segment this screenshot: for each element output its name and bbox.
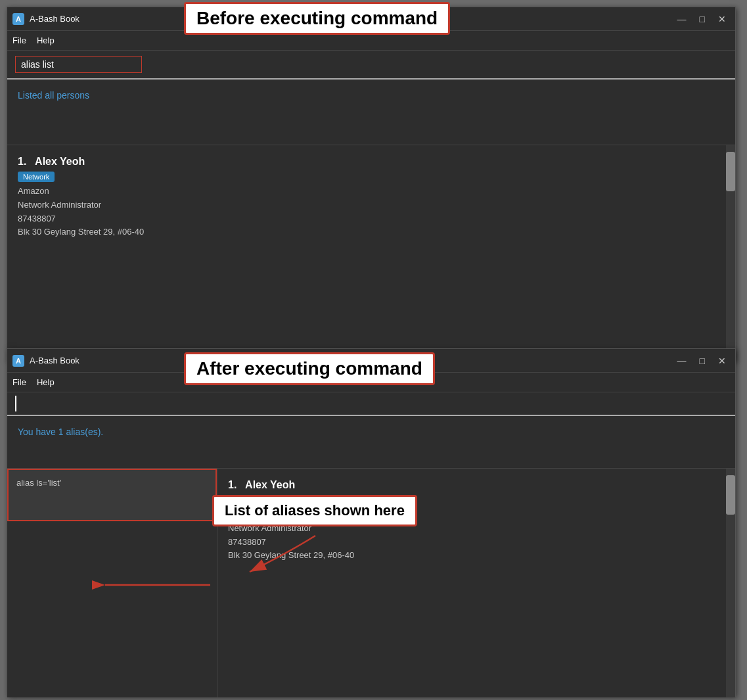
top-content-area: 1. Alex Yeoh Network Amazon Network Admi…	[7, 145, 735, 381]
bottom-output-text: You have 1 alias(es).	[18, 427, 103, 437]
top-person-company: Amazon	[18, 185, 715, 198]
bottom-maximize-btn[interactable]: □	[696, 354, 709, 367]
alias-entry: alias ls='list'	[16, 478, 61, 488]
bottom-person-phone: 87438807	[228, 536, 715, 549]
top-window-controls: — □ ✕	[673, 12, 730, 26]
top-output-text: Listed all persons	[18, 90, 89, 101]
top-person-entry: 1. Alex Yeoh Network Amazon Network Admi…	[18, 156, 715, 239]
top-command-input[interactable]	[15, 56, 142, 73]
bottom-close-btn[interactable]: ✕	[714, 354, 730, 367]
bottom-output-area: You have 1 alias(es).	[7, 416, 735, 469]
top-person-phone: 87438807	[18, 212, 715, 226]
top-menu-file[interactable]: File	[12, 35, 26, 45]
bottom-app-icon: A	[12, 355, 24, 367]
alias-list-annotation: List of aliases shown here	[212, 495, 417, 526]
top-close-btn[interactable]: ✕	[714, 12, 730, 26]
top-person-list: 1. Alex Yeoh Network Amazon Network Admi…	[7, 145, 726, 381]
bottom-scrollbar[interactable]	[726, 469, 735, 697]
top-person-address: Blk 30 Geylang Street 29, #06-40	[18, 225, 715, 239]
bottom-person-name: 1. Alex Yeoh	[228, 479, 715, 491]
bottom-menu-help[interactable]: Help	[37, 377, 55, 387]
top-command-area	[7, 51, 735, 80]
top-output-area: Listed all persons	[7, 80, 735, 145]
top-person-name: 1. Alex Yeoh	[18, 156, 715, 168]
top-scrollbar[interactable]	[726, 145, 735, 381]
bottom-alias-panel: alias ls='list'	[7, 469, 217, 697]
bottom-person-address: Blk 30 Geylang Street 29, #06-40	[228, 549, 715, 563]
top-scrollbar-thumb[interactable]	[726, 152, 735, 191]
bottom-annotation: After executing command	[184, 352, 435, 385]
top-minimize-btn[interactable]: —	[673, 12, 690, 26]
top-menu-help[interactable]: Help	[37, 35, 55, 45]
top-window: A A-Bash Book — □ ✕ File Help Listed all…	[7, 7, 736, 362]
top-person-tag: Network	[18, 172, 55, 182]
app-icon: A	[12, 13, 24, 25]
bottom-command-cursor	[15, 396, 24, 411]
bottom-window-controls: — □ ✕	[673, 354, 730, 367]
top-maximize-btn[interactable]: □	[696, 12, 709, 26]
bottom-scrollbar-thumb[interactable]	[726, 475, 735, 515]
bottom-menu-file[interactable]: File	[12, 377, 26, 387]
top-annotation: Before executing command	[184, 2, 450, 35]
bottom-command-area	[7, 392, 735, 416]
alias-list-display: alias ls='list'	[7, 469, 217, 521]
bottom-minimize-btn[interactable]: —	[673, 354, 690, 367]
top-person-role: Network Administrator	[18, 198, 715, 212]
